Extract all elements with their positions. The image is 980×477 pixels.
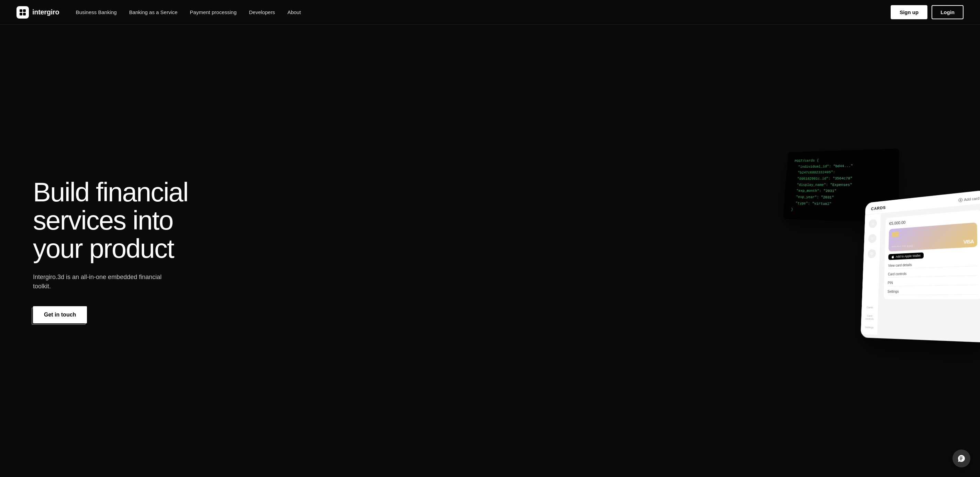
signup-button[interactable]: Sign up	[891, 5, 928, 19]
sidebar-icon-3: ⚙	[867, 249, 876, 258]
chat-icon	[957, 454, 966, 463]
code-line-3: "dd6182991c.id": "3564c78"	[793, 175, 890, 182]
nav-item-banking-service[interactable]: Banking as a Service	[129, 9, 178, 16]
card-option-1[interactable]: Card controls	[888, 269, 978, 278]
card-option-3[interactable]: Settings	[888, 287, 978, 295]
phone-main-content: €5,000.00 VISA **** **** **** 6141 Add t…	[878, 204, 980, 339]
nav-item-developers[interactable]: Developers	[249, 9, 275, 16]
nav-item-about[interactable]: About	[287, 9, 301, 16]
logo-svg	[19, 9, 27, 16]
chat-support-button[interactable]	[953, 450, 970, 467]
svg-rect-1	[23, 9, 26, 12]
hero-section: Build financial services into your produ…	[0, 0, 980, 477]
card-brand-label: VISA	[964, 238, 974, 245]
add-icon	[958, 197, 963, 202]
svg-rect-2	[19, 13, 22, 16]
phone-mockup: CARDS Add card ⊙ ≡ ⚙ Cards	[861, 190, 980, 343]
nav-link-about[interactable]: About	[287, 9, 301, 15]
sidebar-labels: Cards Card controls Settings	[861, 306, 878, 329]
hero-subtitle: Intergiro.3d is an all-in-one embedded f…	[33, 272, 177, 291]
svg-rect-3	[23, 13, 26, 16]
hero-visual: POST/cards { "individual_id": "bd44..." …	[753, 135, 980, 342]
nav-right: Sign up Login	[891, 5, 964, 19]
card-visual: VISA **** **** **** 6141	[889, 223, 978, 251]
apple-icon	[891, 255, 894, 258]
card-option-2[interactable]: PIN	[888, 278, 978, 286]
nav-item-business-banking[interactable]: Business Banking	[76, 9, 116, 16]
sidebar-icon-1: ⊙	[869, 219, 877, 228]
logo-text: intergiro	[32, 8, 59, 16]
apple-pay-button[interactable]: Add to Apple Wallet	[888, 252, 924, 260]
svg-rect-0	[19, 9, 22, 12]
phone-body: ⊙ ≡ ⚙ Cards Card controls Settings €5,00…	[861, 204, 980, 339]
card-area: €5,000.00 VISA **** **** **** 6141 Add t…	[883, 210, 980, 299]
nav-link-developers[interactable]: Developers	[249, 9, 275, 15]
logo-icon	[16, 6, 29, 19]
hero-content: Build financial services into your produ…	[0, 151, 240, 351]
cta-button[interactable]: Get in touch	[33, 306, 87, 323]
nav-links: Business Banking Banking as a Service Pa…	[76, 9, 301, 16]
card-option-0[interactable]: View card details	[888, 259, 978, 269]
nav-link-business-banking[interactable]: Business Banking	[76, 9, 116, 15]
nav-left: intergiro Business Banking Banking as a …	[16, 6, 301, 19]
logo-link[interactable]: intergiro	[16, 6, 59, 19]
login-button[interactable]: Login	[932, 5, 964, 19]
card-chip	[892, 232, 899, 237]
code-line-2: "b247c6882332495":	[794, 169, 890, 176]
sidebar-icon-2: ≡	[868, 234, 877, 243]
nav-link-banking-service[interactable]: Banking as a Service	[129, 9, 178, 15]
nav-item-payment-processing[interactable]: Payment processing	[190, 9, 237, 16]
phone-cards-title: CARDS	[871, 205, 886, 211]
main-nav: intergiro Business Banking Banking as a …	[0, 0, 980, 25]
phone-add-card[interactable]: Add card	[958, 196, 979, 202]
card-options: View card details Card controls PIN Sett…	[888, 259, 978, 295]
card-number: **** **** **** 6141	[892, 244, 913, 249]
nav-link-payment-processing[interactable]: Payment processing	[190, 9, 237, 15]
hero-title: Build financial services into your produ…	[33, 178, 224, 263]
code-line-4: "display_name": "Expenses"	[793, 181, 890, 188]
